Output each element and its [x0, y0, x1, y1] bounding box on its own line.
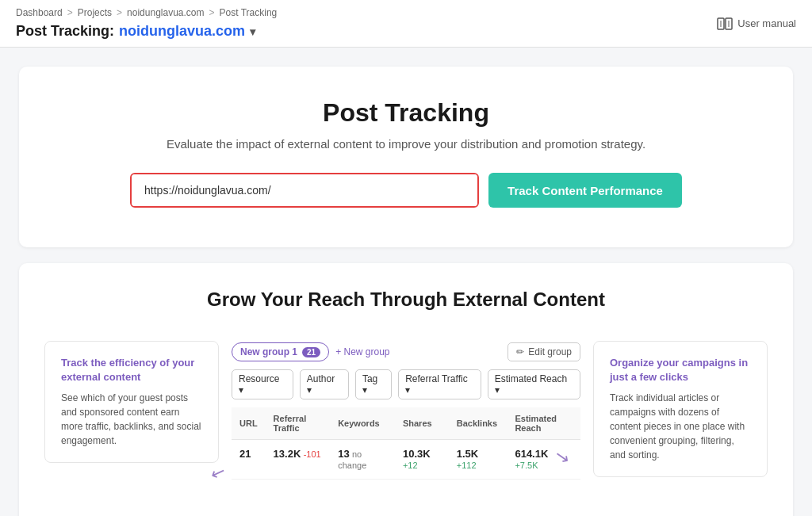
shares-value: 10.3K [403, 448, 431, 460]
reach-delta: +7.5K [515, 461, 538, 470]
user-manual-label: User manual [737, 17, 796, 29]
group-tag-count: 21 [302, 347, 320, 357]
sep2: > [117, 7, 122, 18]
data-table: URL Referral Traffic Keywords Shares Bac… [232, 407, 580, 480]
search-card-title: Post Tracking [51, 98, 761, 128]
filter-referral[interactable]: Referral Traffic ▾ [398, 369, 481, 399]
feature-left-body: See which of your guest posts and sponso… [61, 391, 202, 448]
col-url: URL [232, 407, 266, 440]
new-group-button[interactable]: + New group [335, 346, 389, 357]
user-manual-link[interactable]: User manual [717, 17, 796, 30]
feature-left-heading: Track the efficiency of your external co… [61, 356, 202, 384]
filter-resource[interactable]: Resource ▾ [232, 369, 293, 399]
table-toolbar: New group 1 21 + New group ✏ Edit group [232, 333, 580, 369]
page-title-label: Post Tracking: [16, 23, 114, 40]
breadcrumb-domain[interactable]: noidunglavua.com [127, 7, 204, 18]
features-title: Grow Your Reach Through External Content [44, 289, 768, 311]
referral-value: 13.2K [274, 448, 301, 460]
filter-referral-label: Referral Traffic ▾ [405, 373, 474, 396]
reach-value: 614.1K [515, 448, 548, 460]
url-count: 21 [239, 448, 251, 460]
main-content: Post Tracking Evaluate the impact of ext… [0, 48, 812, 516]
track-content-button[interactable]: Track Content Performance [488, 173, 682, 208]
breadcrumb: Dashboard > Projects > noidunglavua.com … [16, 7, 277, 40]
dropdown-chevron-icon[interactable]: ▾ [250, 25, 255, 38]
group-tag-label: New group 1 [240, 346, 297, 357]
col-referral: Referral Traffic [266, 407, 331, 440]
topbar: Dashboard > Projects > noidunglavua.com … [0, 0, 812, 48]
sep1: > [67, 7, 73, 18]
feature-right-heading: Organize your campaigns in just a few cl… [610, 356, 751, 384]
feature-right-box: Organize your campaigns in just a few cl… [593, 341, 768, 477]
col-keywords: Keywords [330, 407, 395, 440]
referral-delta: -101 [304, 449, 321, 459]
edit-group-label: Edit group [528, 346, 572, 357]
feature-left-box: Track the efficiency of your external co… [44, 341, 219, 463]
col-backlinks: Backlinks [449, 407, 508, 440]
search-card: Post Tracking Evaluate the impact of ext… [19, 67, 793, 247]
breadcrumb-projects[interactable]: Projects [78, 7, 112, 18]
backlinks-delta: +112 [457, 461, 477, 470]
col-reach: Estimated Reach [507, 407, 580, 440]
url-input[interactable] [132, 174, 477, 206]
book-icon [717, 17, 733, 30]
page-title-domain[interactable]: noidunglavua.com [119, 23, 245, 40]
shares-delta: +12 [403, 461, 418, 470]
pencil-icon: ✏ [516, 346, 524, 357]
search-card-description: Evaluate the impact of external content … [51, 137, 761, 151]
feature-right-body: Track individual articles or campaigns w… [610, 391, 751, 462]
sep3: > [209, 7, 215, 18]
breadcrumb-path: Dashboard > Projects > noidunglavua.com … [16, 7, 277, 18]
filter-tag-label: Tag ▾ [362, 373, 385, 396]
search-row: Track Content Performance [51, 173, 761, 208]
backlinks-value: 1.5K [457, 448, 478, 460]
features-card: Grow Your Reach Through External Content… [19, 263, 793, 516]
edit-group-button[interactable]: ✏ Edit group [508, 342, 580, 361]
col-shares: Shares [395, 407, 449, 440]
group-tag[interactable]: New group 1 21 [232, 342, 329, 361]
filter-tag[interactable]: Tag ▾ [355, 369, 392, 399]
keywords-value: 13 [338, 448, 349, 460]
filters-row: Resource ▾ Author ▾ Tag ▾ Referral Traff… [232, 369, 580, 399]
page-title-bar: Post Tracking: noidunglavua.com ▾ [16, 23, 255, 40]
breadcrumb-dashboard[interactable]: Dashboard [16, 7, 63, 18]
filter-author-label: Author ▾ [307, 373, 342, 396]
table-row: 21 13.2K -101 13 no change 10. [232, 440, 580, 480]
url-input-wrapper [130, 173, 479, 208]
breadcrumb-current: Post Tracking [220, 7, 278, 18]
filter-reach[interactable]: Estimated Reach ▾ [488, 369, 580, 399]
filter-resource-label: Resource ▾ [239, 373, 286, 396]
filter-reach-label: Estimated Reach ▾ [495, 373, 573, 396]
filter-author[interactable]: Author ▾ [300, 369, 349, 399]
topbar-right: User manual [717, 17, 796, 30]
